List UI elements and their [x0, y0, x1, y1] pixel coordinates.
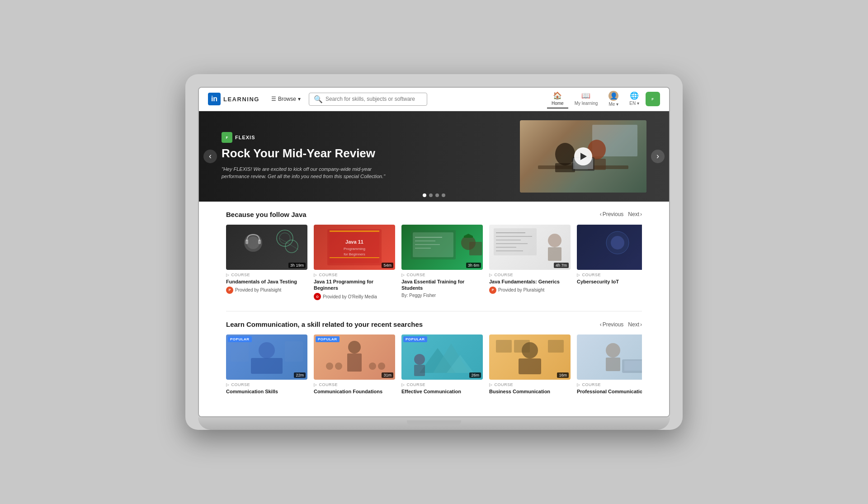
course-card-comm-3[interactable]: POPULAR 26m: [401, 334, 483, 396]
svg-point-58: [414, 354, 425, 365]
course-thumbnail-1: 3h 19m: [226, 225, 307, 270]
browse-button[interactable]: ☰ Browse ▾: [269, 94, 303, 104]
course-type-3: ▷ COURSE: [401, 273, 483, 277]
course-duration-c4: 16m: [557, 372, 569, 378]
provider-text-3: By: Peggy Fisher: [401, 293, 436, 298]
java-section-header: Because you follow Java ‹ Previous Next …: [226, 211, 642, 218]
play-icon: [580, 153, 587, 160]
course-duration-c2: 31m: [382, 372, 393, 378]
course-duration-1: 3h 19m: [288, 263, 306, 268]
svg-marker-27: [464, 234, 473, 236]
search-bar[interactable]: 🔍: [309, 93, 428, 106]
svg-rect-64: [548, 340, 564, 353]
hero-prev-button[interactable]: ‹: [203, 150, 217, 163]
svg-point-12: [277, 230, 293, 246]
comm-next-button[interactable]: Next ›: [628, 321, 642, 328]
main-content: Because you follow Java ‹ Previous Next …: [199, 202, 669, 417]
browse-hamburger-icon: ☰: [271, 96, 276, 102]
course-card-java-5[interactable]: ▷ COURSE Cybersecurity IoT: [577, 225, 642, 301]
course-type-2: ▷ COURSE: [314, 273, 395, 277]
svg-rect-48: [285, 341, 303, 362]
comm-prev-button[interactable]: ‹ Previous: [600, 321, 624, 328]
play-course-icon-4: ▷: [489, 273, 493, 277]
course-card-comm-5[interactable]: ▷ COURSE Professional Communication: [577, 334, 642, 396]
hero-dot-1[interactable]: [423, 193, 426, 197]
hero-brand-name: FLEXIS: [235, 135, 255, 140]
course-thumbnail-4: 4h 7m: [489, 225, 571, 270]
course-card-java-1[interactable]: 3h 19m ▷ COURSE Fundamentals of Java Tes…: [226, 225, 307, 301]
svg-rect-41: [548, 247, 561, 261]
nav-home[interactable]: 🏠 Home: [547, 89, 568, 108]
nav-language[interactable]: 🌐 EN ▾: [625, 89, 644, 108]
hero-brand: F FLEXIS: [222, 132, 497, 143]
course-card-comm-1[interactable]: POPULAR 22m ▷: [226, 334, 307, 396]
course-duration-c1: 22m: [294, 372, 306, 378]
svg-rect-46: [251, 358, 283, 374]
nav-home-label: Home: [552, 101, 564, 106]
hero-description: "Hey FLEXIS! We are excited to kick off …: [222, 165, 393, 180]
svg-rect-62: [496, 340, 512, 353]
course-type-1: ▷ COURSE: [226, 273, 307, 277]
provider-logo-2: O: [314, 293, 321, 300]
course-card-java-3[interactable]: 3h 6m ▷ COURSE Java Essential Training f…: [401, 225, 483, 301]
play-course-icon-c2: ▷: [314, 382, 317, 387]
svg-line-15: [279, 238, 298, 250]
hero-dot-4[interactable]: [442, 193, 445, 197]
nav-me[interactable]: 👤 Me ▾: [604, 89, 623, 109]
play-button[interactable]: [574, 147, 592, 165]
course-card-java-2[interactable]: Java 11 Programming for Beginners 54m ▷ …: [314, 225, 395, 301]
hero-dots: [423, 193, 445, 197]
svg-rect-61: [519, 358, 541, 374]
course-card-java-4[interactable]: 4h 7m ▷ COURSE Java Fundamentals: Generi…: [489, 225, 571, 301]
play-course-icon-1: ▷: [226, 273, 230, 277]
logo-area[interactable]: in LEARNING: [208, 93, 259, 105]
play-course-icon-c5: ▷: [577, 382, 580, 387]
svg-point-45: [259, 342, 275, 358]
home-icon: 🏠: [553, 91, 562, 100]
hero-dot-2[interactable]: [429, 193, 433, 197]
nav-my-learning[interactable]: 📖 My learning: [570, 89, 603, 108]
svg-rect-47: [231, 339, 249, 362]
laptop-screen: in LEARNING ☰ Browse ▾ 🔍 🏠 Home 📖: [198, 87, 670, 418]
course-name-3: Java Essential Training for Students: [401, 278, 483, 292]
svg-point-54: [378, 363, 385, 370]
svg-point-49: [348, 341, 361, 353]
globe-icon: 🌐: [630, 91, 639, 100]
course-card-comm-4[interactable]: 16m ▷ COURSE Business Communication: [489, 334, 571, 396]
svg-rect-11: [258, 240, 261, 244]
svg-point-51: [326, 363, 333, 370]
learning-text: LEARNING: [223, 96, 259, 103]
play-course-icon-c4: ▷: [489, 382, 493, 387]
course-card-comm-2[interactable]: POPULAR 31m: [314, 334, 395, 396]
java-next-button[interactable]: Next ›: [628, 211, 642, 217]
course-name-5: Cybersecurity IoT: [577, 278, 642, 285]
flexis-nav-button[interactable]: F: [646, 92, 660, 106]
course-thumbnail-c4: 16m: [489, 334, 571, 380]
section-divider: [226, 311, 642, 311]
play-course-icon-2: ▷: [314, 273, 317, 277]
svg-point-9: [247, 236, 259, 249]
java-prev-button[interactable]: ‹ Previous: [600, 211, 624, 217]
course-name-2: Java 11 Programming for Beginners: [314, 278, 395, 292]
thumb-illustration-5: [577, 225, 642, 270]
course-thumbnail-c3: POPULAR 26m: [401, 334, 483, 380]
svg-rect-63: [514, 340, 530, 353]
hero-image[interactable]: [520, 120, 646, 193]
svg-rect-66: [606, 358, 620, 371]
svg-point-65: [606, 343, 620, 358]
svg-rect-10: [245, 240, 248, 244]
popular-badge-2: POPULAR: [316, 336, 340, 342]
java-section-title: Because you follow Java: [226, 211, 307, 218]
provider-text-2: Provided by O'Reilly Media: [323, 294, 377, 299]
svg-rect-22: [330, 231, 379, 232]
hero-next-button[interactable]: ›: [651, 150, 665, 163]
course-type-4: ▷ COURSE: [489, 273, 571, 277]
nav-my-learning-label: My learning: [575, 101, 598, 106]
svg-point-13: [279, 233, 290, 244]
course-thumbnail-c5: [577, 334, 642, 380]
search-input[interactable]: [326, 96, 423, 102]
svg-rect-33: [494, 228, 537, 255]
hero-content: F FLEXIS Rock Your Mid-Year Review "Hey …: [199, 123, 520, 189]
hero-dot-3[interactable]: [435, 193, 439, 197]
java-section: Because you follow Java ‹ Previous Next …: [226, 211, 642, 301]
